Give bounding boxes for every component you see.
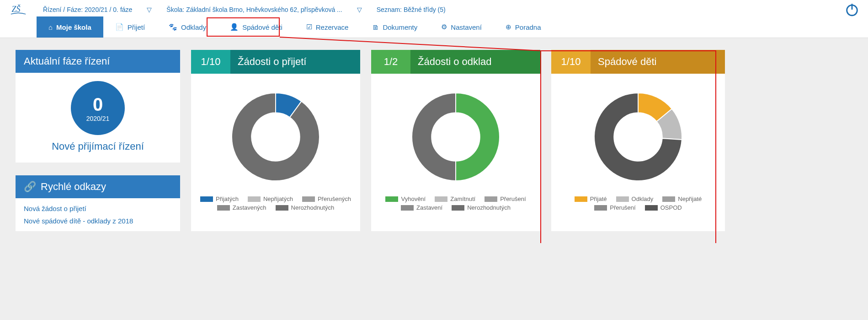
- legend-label: Vyhovění: [401, 195, 426, 202]
- donut-chart: [583, 82, 693, 192]
- nav-home-label: Moje škola: [56, 23, 91, 31]
- paw-icon: 🐾: [169, 23, 177, 31]
- legend-label: Zamítnutí: [450, 195, 475, 202]
- nav-reservations-label: Rezervace: [316, 23, 349, 31]
- legend-swatch: [248, 196, 261, 202]
- phase-circle[interactable]: 0 2020/21: [71, 81, 125, 135]
- legend-swatch: [302, 196, 315, 202]
- nav-deferrals[interactable]: 🐾 Odklady: [157, 16, 218, 38]
- link-icon: 🔗: [24, 181, 36, 193]
- legend-label: Zastavených: [233, 204, 266, 211]
- legend-swatch: [435, 196, 447, 202]
- chart-title: Žádosti o odklad: [410, 50, 540, 74]
- legend-label: Nepřijaté: [678, 195, 702, 202]
- nav-documents-label: Dokumenty: [383, 23, 417, 31]
- legend-item[interactable]: Vyhovění: [385, 195, 426, 202]
- legend-swatch: [217, 205, 230, 211]
- legend-item[interactable]: Přerušených: [302, 195, 351, 202]
- legend-item[interactable]: Nerozhodnutých: [276, 204, 335, 211]
- legend-swatch: [452, 205, 464, 211]
- legend-swatch: [385, 196, 398, 202]
- donut-chart: [221, 82, 330, 192]
- app-logo: ZŠ: [0, 3, 37, 16]
- legend-label: Nerozhodnutých: [467, 204, 511, 211]
- legend-label: Zastavení: [416, 204, 442, 211]
- caret-down-icon[interactable]: ▽: [349, 6, 370, 13]
- caret-down-icon[interactable]: ▽: [138, 6, 160, 13]
- legend-label: Přerušení: [610, 204, 635, 211]
- document-icon: 📄: [115, 23, 124, 31]
- check-icon: ☑: [306, 23, 312, 31]
- legend-label: Nerozhodnutých: [291, 204, 335, 211]
- legend-item[interactable]: Zamítnutí: [435, 195, 475, 202]
- legend-swatch: [575, 196, 587, 202]
- legend-item[interactable]: Přerušení: [594, 204, 635, 211]
- legend-label: Přerušení: [500, 195, 526, 202]
- legend-item[interactable]: Přerušení: [485, 195, 526, 202]
- crumb-phase[interactable]: Řízení / Fáze: 2020/21 / 0. fáze: [37, 4, 138, 15]
- legend-swatch: [276, 205, 288, 211]
- legend-label: Nepřijatých: [263, 195, 293, 202]
- phase-title: Aktuální fáze řízení: [16, 50, 180, 73]
- nav-settings-label: Nastavení: [451, 23, 482, 31]
- chart-card-accept: 1/10 Žádosti o přijetí PřijatýchNepřijat…: [191, 50, 360, 231]
- chart-title: Žádosti o přijetí: [230, 50, 360, 74]
- nav-deferrals-label: Odklady: [181, 23, 206, 31]
- power-button[interactable]: [836, 2, 868, 17]
- nav-accept-label: Přijetí: [128, 23, 145, 31]
- legend-swatch: [662, 196, 675, 202]
- nav-reservations[interactable]: ☑ Rezervace: [294, 16, 361, 38]
- legend-label: Přijaté: [590, 195, 607, 202]
- quicklink-item[interactable]: Nová žádost o přijetí: [24, 205, 172, 212]
- crumb-school-label: Škola: Základní škola Brno, Hněvkovského…: [166, 6, 342, 13]
- legend-item[interactable]: Odklady: [616, 195, 654, 202]
- legend-swatch: [645, 205, 658, 211]
- legend-item[interactable]: Přijaté: [575, 195, 607, 202]
- legend-item[interactable]: Nepřijatých: [248, 195, 293, 202]
- user-icon: 👤: [230, 23, 239, 31]
- nav-accept[interactable]: 📄 Přijetí: [103, 16, 157, 38]
- legend-swatch: [485, 196, 497, 202]
- legend-item[interactable]: Zastavení: [401, 204, 442, 211]
- nav-settings[interactable]: ⚙ Nastavení: [429, 16, 494, 38]
- donut-chart: [401, 82, 511, 192]
- chart-card-deferral: 1/2 Žádosti o odklad VyhověníZamítnutíPř…: [371, 50, 540, 231]
- legend-item[interactable]: Nerozhodnutých: [452, 204, 511, 211]
- legend-item[interactable]: Přijatých: [200, 195, 239, 202]
- legend-label: Odklady: [632, 195, 654, 202]
- nav-catchment[interactable]: 👤 Spádové děti: [218, 16, 294, 38]
- legend-swatch: [200, 196, 213, 202]
- svg-text:ZŠ: ZŠ: [12, 4, 21, 14]
- quicklinks-card: 🔗 Rychlé odkazy Nová žádost o přijetíNov…: [16, 175, 180, 231]
- lifebuoy-icon: ⊕: [506, 23, 511, 31]
- phase-number: 0: [93, 94, 103, 115]
- legend-item[interactable]: Zastavených: [217, 204, 266, 211]
- phase-year: 2020/21: [86, 115, 110, 122]
- gear-icon: ⚙: [441, 23, 447, 31]
- chart-card-catchment: 1/10 Spádové děti PřijatéOdkladyNepřijat…: [551, 50, 725, 231]
- chart-fraction: 1/2: [371, 50, 410, 74]
- legend-item[interactable]: Nepřijaté: [662, 195, 702, 202]
- nav-catchment-label: Spádové děti: [242, 23, 282, 31]
- nav-help-label: Poradna: [515, 23, 541, 31]
- crumb-phase-label: Řízení / Fáze: 2020/21 / 0. fáze: [43, 6, 132, 13]
- crumb-list[interactable]: Seznam: Běžné třídy (5): [370, 4, 452, 15]
- chart-fraction: 1/10: [191, 50, 230, 74]
- nav-home[interactable]: ⌂ Moje škola: [37, 16, 103, 38]
- crumb-school[interactable]: Škola: Základní škola Brno, Hněvkovského…: [160, 4, 348, 15]
- nav-documents[interactable]: 🗎 Dokumenty: [360, 16, 429, 38]
- new-process-link[interactable]: Nové přijímací řízení: [52, 141, 144, 152]
- quicklink-item[interactable]: Nové spádové dítě - odklady z 2018: [24, 217, 172, 225]
- quicklinks-title: Rychlé odkazy: [41, 181, 106, 193]
- legend-swatch: [594, 205, 607, 211]
- legend-label: Přerušených: [318, 195, 351, 202]
- legend-label: Přijatých: [216, 195, 239, 202]
- nav-help[interactable]: ⊕ Poradna: [494, 16, 553, 38]
- legend-item[interactable]: OSPOD: [645, 204, 682, 211]
- chart-title: Spádové děti: [591, 50, 725, 74]
- file-icon: 🗎: [372, 23, 379, 31]
- legend-swatch: [401, 205, 414, 211]
- chart-fraction: 1/10: [551, 50, 591, 74]
- legend-swatch: [616, 196, 629, 202]
- phase-card: Aktuální fáze řízení 0 2020/21 Nové přij…: [16, 50, 180, 163]
